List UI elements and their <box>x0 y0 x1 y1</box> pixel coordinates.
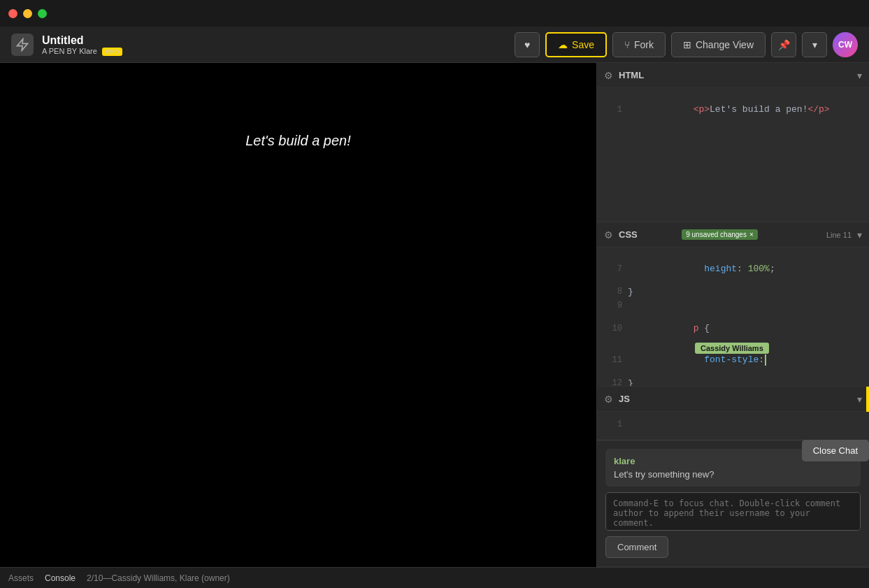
change-view-button[interactable]: ⊞ Change View <box>671 32 766 57</box>
badge-close[interactable]: × <box>749 231 754 238</box>
chat-text: Let's try something new? <box>614 469 852 480</box>
editor-panel: ⚙ HTML ▾ 1 <p>Let's build a pen!</p> ⚙ C… <box>596 63 869 567</box>
pen-author: A PEN BY Klare PRO <box>42 47 515 55</box>
preview-panel: Let's build a pen! <box>0 63 596 567</box>
code-line: 1 <p>Let's build a pen!</p> <box>597 94 869 125</box>
html-editor[interactable]: 1 <p>Let's build a pen!</p> <box>597 88 869 222</box>
fork-button[interactable]: ⑂ Fork <box>612 32 666 57</box>
css-editor[interactable]: 7 height: 100%; 8 } 9 10 <box>597 248 869 386</box>
css-section: ⚙ CSS 9 unsaved changes × Line 11 ▾ 7 he… <box>597 222 869 387</box>
html-header: ⚙ HTML ▾ <box>597 63 869 88</box>
code-line: 7 height: 100%; <box>597 253 869 285</box>
code-line: 1 <box>597 417 869 431</box>
close-chat-button[interactable]: Close Chat <box>802 440 869 461</box>
cursor-tooltip: Cassidy Williams <box>695 343 769 354</box>
statusbar: Assets Console 2/10—Cassidy Williams, Kl… <box>0 567 869 588</box>
js-gear-icon[interactable]: ⚙ <box>604 394 613 405</box>
js-accent-bar <box>866 387 869 412</box>
chevron-down-button[interactable]: ▾ <box>802 32 827 57</box>
code-line: 10 p { <box>597 313 869 344</box>
js-editor[interactable]: 1 <box>597 412 869 440</box>
maximize-button[interactable] <box>38 9 47 18</box>
avatar[interactable]: CW <box>833 32 858 57</box>
code-line: 12 } <box>597 376 869 386</box>
css-header: ⚙ CSS 9 unsaved changes × Line 11 ▾ <box>597 222 869 248</box>
line-info: Line 11 <box>826 231 852 239</box>
preview-text: Let's build a pen! <box>245 133 351 149</box>
code-line: 8 } <box>597 285 869 299</box>
logo <box>11 34 34 56</box>
pro-badge: PRO <box>102 48 123 56</box>
save-button[interactable]: ☁ Save <box>545 32 607 57</box>
minimize-button[interactable] <box>23 9 32 18</box>
css-gear-icon[interactable]: ⚙ <box>604 229 613 241</box>
chat-panel: Close Chat klare Let's try something new… <box>597 440 869 566</box>
heart-button[interactable]: ♥ <box>515 32 540 57</box>
html-title: HTML <box>619 70 852 80</box>
pen-title: Untitled <box>42 34 515 47</box>
html-gear-icon[interactable]: ⚙ <box>604 70 613 81</box>
console-tab[interactable]: Console <box>45 573 76 583</box>
html-section: ⚙ HTML ▾ 1 <p>Let's build a pen!</p> <box>597 63 869 222</box>
js-collapse-icon[interactable]: ▾ <box>857 394 862 405</box>
chat-input[interactable] <box>605 492 861 531</box>
fork-icon: ⑂ <box>624 39 630 50</box>
header-actions: ♥ ☁ Save ⑂ Fork ⊞ Change View 📌 ▾ CW <box>515 32 858 57</box>
code-line: 9 <box>597 299 869 313</box>
css-title: CSS <box>619 229 676 240</box>
status-text: 2/10—Cassidy Williams, Klare (owner) <box>87 573 230 583</box>
header: Untitled A PEN BY Klare PRO ♥ ☁ Save ⑂ F… <box>0 27 869 63</box>
close-button[interactable] <box>8 9 17 18</box>
pen-info: Untitled A PEN BY Klare PRO <box>42 34 515 55</box>
js-title: JS <box>619 394 738 404</box>
pin-button[interactable]: 📌 <box>771 32 796 57</box>
avatar-image: CW <box>833 32 858 57</box>
css-collapse-icon[interactable]: ▾ <box>857 229 862 241</box>
cloud-icon: ☁ <box>558 39 568 50</box>
comment-button[interactable]: Comment <box>605 536 668 558</box>
svg-marker-0 <box>17 38 28 50</box>
js-section: ⚙ JS ▾ 1 Close Chat klare Let's try some… <box>597 387 869 567</box>
main-layout: Let's build a pen! ⚙ HTML ▾ 1 <p>Let's b… <box>0 63 869 567</box>
js-header: ⚙ JS ▾ <box>597 387 869 412</box>
view-icon: ⊞ <box>683 39 691 50</box>
unsaved-badge[interactable]: 9 unsaved changes × <box>682 229 758 240</box>
titlebar <box>0 0 869 27</box>
code-line-cursor: 11 font-style: Cassidy Williams <box>597 344 869 376</box>
html-collapse-icon[interactable]: ▾ <box>857 70 862 81</box>
assets-tab[interactable]: Assets <box>8 573 34 583</box>
